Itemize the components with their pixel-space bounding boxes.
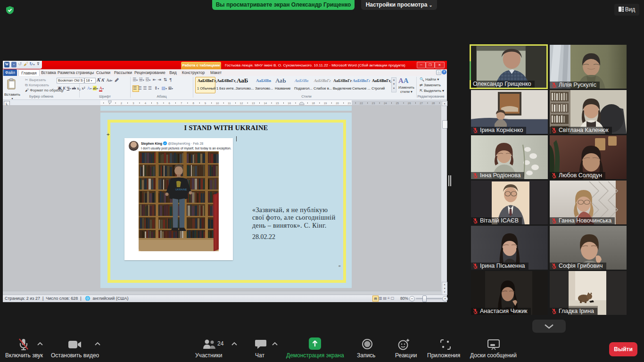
svg-text:10: 10	[216, 102, 219, 105]
svg-text:18: 18	[312, 102, 315, 105]
svg-text:24: 24	[384, 102, 387, 105]
svg-text:14: 14	[264, 102, 267, 105]
svg-text:6: 6	[169, 102, 171, 105]
svg-text:25: 25	[396, 102, 399, 105]
svg-text:13: 13	[252, 102, 255, 105]
svg-text:11: 11	[228, 102, 231, 105]
svg-text:5: 5	[157, 102, 158, 105]
svg-text:19: 19	[324, 102, 327, 105]
svg-text:28: 28	[432, 102, 435, 105]
svg-text:21: 21	[348, 102, 351, 105]
svg-text:16: 16	[288, 102, 291, 105]
svg-text:9: 9	[205, 102, 206, 105]
svg-text:15: 15	[276, 102, 279, 105]
svg-text:20: 20	[336, 102, 339, 105]
svg-text:27: 27	[420, 102, 423, 105]
svg-text:3: 3	[132, 102, 134, 105]
svg-text:22: 22	[360, 102, 363, 105]
svg-text:26: 26	[408, 102, 411, 105]
svg-text:23: 23	[372, 102, 375, 105]
svg-text:12: 12	[240, 102, 243, 105]
svg-text:2: 2	[121, 102, 123, 105]
svg-text:4: 4	[145, 102, 147, 105]
svg-text:7: 7	[181, 102, 182, 105]
svg-text:8: 8	[192, 102, 194, 105]
